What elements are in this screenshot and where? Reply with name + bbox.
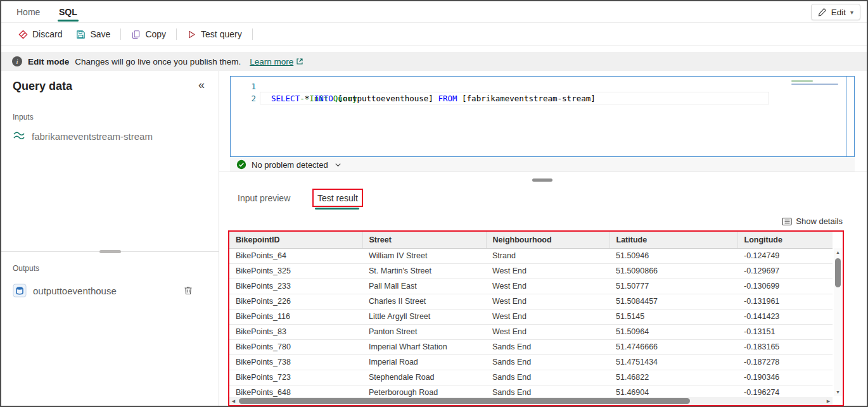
outputs-section-label: Outputs <box>13 264 39 273</box>
toolbar-separator <box>252 28 253 40</box>
tab-input-preview[interactable]: Input preview <box>238 193 290 203</box>
info-icon: i <box>12 56 22 66</box>
table-row: BikePoints_64William IV StreetStrand51.5… <box>229 248 833 263</box>
active-tab-underline <box>58 20 79 22</box>
table-cell: -0.124749 <box>737 248 833 263</box>
output-item-eventhouse[interactable]: outputtoeventhouse <box>13 284 207 297</box>
table-cell: BikePoints_738 <box>229 354 362 370</box>
delete-output-icon[interactable] <box>183 285 193 296</box>
show-details-label: Show details <box>796 216 843 226</box>
test-query-label: Test query <box>201 29 242 39</box>
discard-button[interactable]: Discard <box>11 26 69 42</box>
editor-scrollbar[interactable] <box>846 77 854 156</box>
table-cell: Sands End <box>486 339 610 354</box>
eventstream-icon <box>13 130 25 142</box>
table-cell: 51.4746666 <box>610 339 737 354</box>
code-line-1: --Init Query <box>271 80 784 92</box>
table-row: BikePoints_83Panton StreetWest End51.509… <box>229 324 833 339</box>
minimap-line <box>791 80 813 82</box>
chevron-down-icon[interactable] <box>335 161 341 168</box>
horizontal-scroll-thumb[interactable] <box>239 398 690 404</box>
copy-button[interactable]: Copy <box>124 26 173 42</box>
learn-more-label: Learn more <box>250 57 293 66</box>
table-cell: West End <box>486 309 610 324</box>
vertical-scrollbar[interactable]: ▲ ▼ <box>834 248 842 396</box>
table-cell: West End <box>486 324 610 339</box>
table-cell: Imperial Road <box>362 354 486 370</box>
learn-more-link[interactable]: Learn more <box>250 57 303 66</box>
edit-split-button[interactable]: Edit ▾ <box>811 4 860 20</box>
discard-icon <box>18 30 28 39</box>
table-cell: 51.5090866 <box>610 263 737 279</box>
vertical-scroll-thumb[interactable] <box>835 258 841 287</box>
discard-label: Discard <box>32 29 62 39</box>
test-query-button[interactable]: Test query <box>180 26 249 42</box>
active-preview-tab-underline <box>315 208 359 210</box>
inputs-section-label: Inputs <box>13 113 34 122</box>
table-cell: 51.4751434 <box>610 354 737 370</box>
tab-sql[interactable]: SQL <box>59 1 77 23</box>
validation-status-bar: No problem detected <box>230 157 855 172</box>
tab-test-result[interactable]: Test result <box>317 193 358 203</box>
save-button[interactable]: Save <box>69 26 117 42</box>
banner-message: Changes will go live once you publish th… <box>75 57 241 66</box>
save-label: Save <box>90 29 110 39</box>
sidebar-splitter <box>1 251 219 252</box>
table-cell: 51.46822 <box>610 370 737 385</box>
sql-text: * <box>300 94 314 103</box>
collapse-panel-button[interactable]: « <box>198 78 205 92</box>
edit-button-label: Edit <box>831 8 846 17</box>
table-cell: 51.50777 <box>610 279 737 294</box>
code-line-2: SELECT * INTO [outputtoeventhouse] FROM … <box>271 92 784 104</box>
table-cell: West End <box>486 294 610 309</box>
table-cell: BikePoints_116 <box>229 309 362 324</box>
test-result-grid: BikepointIDStreetNeighbourhoodLatitudeLo… <box>228 230 844 406</box>
scroll-up-arrow[interactable]: ▲ <box>834 248 842 256</box>
sql-keyword: SELECT <box>271 94 300 103</box>
column-header: BikepointID <box>229 232 362 248</box>
sidebar-resize-handle[interactable] <box>99 250 121 253</box>
table-cell: Pall Mall East <box>362 279 486 294</box>
line-number: 2 <box>231 92 256 104</box>
eventhouse-icon <box>13 284 27 297</box>
table-cell: West End <box>486 279 610 294</box>
table-cell: William IV Street <box>362 248 486 263</box>
table-cell: BikePoints_233 <box>229 279 362 294</box>
table-cell: -0.190346 <box>737 370 833 385</box>
scroll-down-arrow[interactable]: ▼ <box>834 388 842 396</box>
column-header: Street <box>362 232 486 248</box>
toolbar-separator <box>176 28 177 40</box>
table-cell: -0.129697 <box>737 263 833 279</box>
table-cell: BikePoints_780 <box>229 339 362 354</box>
table-cell: Strand <box>486 248 610 263</box>
details-icon <box>782 217 792 226</box>
table-row: BikePoints_723Stephendale RoadSands End5… <box>229 370 833 385</box>
table-cell: 51.5084457 <box>610 294 737 309</box>
table-cell: -0.131961 <box>737 294 833 309</box>
table-cell: BikePoints_226 <box>229 294 362 309</box>
copy-label: Copy <box>145 29 166 39</box>
pencil-icon <box>818 8 827 16</box>
input-item-eventstream[interactable]: fabrikameventstream-stream <box>13 130 207 142</box>
table-cell: BikePoints_83 <box>229 324 362 339</box>
table-cell: Panton Street <box>362 324 486 339</box>
scroll-right-arrow[interactable]: ▶ <box>824 397 833 405</box>
show-details-button[interactable]: Show details <box>782 216 843 226</box>
editor-minimap[interactable] <box>789 78 845 102</box>
check-circle-icon <box>236 160 246 170</box>
tab-home[interactable]: Home <box>16 1 40 23</box>
scroll-left-arrow[interactable]: ◀ <box>229 397 238 405</box>
table-cell: -0.187278 <box>737 354 833 370</box>
sql-code-editor[interactable]: 1 2 --Init Query SELECT * INTO [outputto… <box>230 76 855 157</box>
external-link-icon <box>296 58 303 65</box>
copy-icon <box>131 30 141 39</box>
pane-resize-handle[interactable] <box>532 178 552 182</box>
table-cell: BikePoints_723 <box>229 370 362 385</box>
table-row: BikePoints_325St. Martin's StreetWest En… <box>229 263 833 279</box>
sql-text: [outputtoeventhouse] <box>333 94 438 103</box>
play-icon <box>187 30 196 39</box>
column-header: Neighbourhood <box>486 232 610 248</box>
horizontal-scrollbar[interactable]: ◀ ▶ <box>229 397 833 405</box>
sql-text: [fabrikameventstream-stream] <box>457 94 596 103</box>
table-row: BikePoints_738Imperial RoadSands End51.4… <box>229 354 833 370</box>
